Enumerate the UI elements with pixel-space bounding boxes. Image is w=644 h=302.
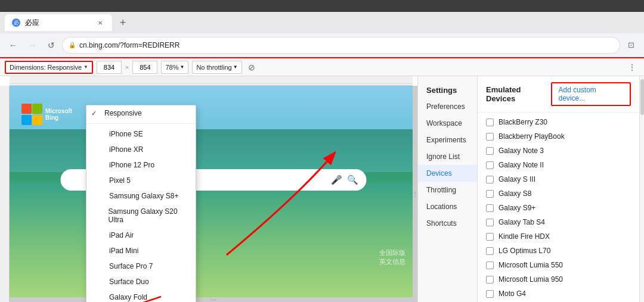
device-name-kindle-fire: Kindle Fire HDX bbox=[499, 232, 550, 241]
dropdown-responsive-label: Responsive bbox=[104, 109, 142, 117]
devtools-more-btn[interactable]: ⋮ bbox=[625, 60, 639, 74]
device-list: BlackBerry Z30 Blackberry PlayBook Galax… bbox=[478, 113, 639, 302]
tab-bar: 必 必应 ✕ + bbox=[0, 12, 644, 33]
device-row-galaxy-s9[interactable]: Galaxy S9+ bbox=[478, 201, 639, 215]
zoom-label: 78% bbox=[165, 64, 178, 71]
page-content: Microsoft Bing 🎤 🔍 全国际版 英文信息 ⋮ ⋯ bbox=[10, 86, 417, 302]
address-box[interactable]: 🔒 cn.bing.com/?form=REDIRERR bbox=[62, 37, 620, 54]
dropdown-iphone-12-label: iPhone 12 Pro bbox=[109, 161, 154, 169]
scrollbar-track[interactable] bbox=[639, 76, 644, 302]
reload-button[interactable]: ↺ bbox=[43, 37, 60, 54]
device-checkbox-bb-z30[interactable] bbox=[486, 119, 494, 126]
device-checkbox-lumia-950[interactable] bbox=[486, 276, 494, 284]
ruler-vertical bbox=[0, 86, 10, 302]
device-row-bb-z30[interactable]: BlackBerry Z30 bbox=[478, 115, 639, 129]
resize-handle-bottom[interactable]: ⋯ bbox=[10, 297, 417, 302]
device-name-galaxy-s3: Galaxy S III bbox=[499, 175, 535, 183]
device-row-lumia-550[interactable]: Microsoft Lumia 550 bbox=[478, 258, 639, 272]
dimension-dropdown-btn[interactable]: Dimensions: Responsive ▼ bbox=[5, 61, 93, 74]
ocean-info-text: 全国际版 英文信息 bbox=[379, 248, 405, 266]
device-checkbox-lg-optimus[interactable] bbox=[486, 247, 494, 255]
dropdown-item-galaxy-s8[interactable]: Samsung Galaxy S8+ bbox=[86, 188, 196, 204]
emulated-header: Emulated Devices Add custom device... bbox=[478, 76, 639, 113]
dropdown-item-iphone-xr[interactable]: iPhone XR bbox=[86, 142, 196, 157]
device-checkbox-bb-playbook[interactable] bbox=[486, 133, 494, 141]
device-checkbox-galaxy-s8[interactable] bbox=[486, 190, 494, 198]
browser-viewport: Microsoft Bing 🎤 🔍 全国际版 英文信息 ⋮ ⋯ bbox=[0, 76, 417, 302]
device-row-moto-g4[interactable]: Moto G4 bbox=[478, 287, 639, 301]
device-checkbox-moto-g4[interactable] bbox=[486, 290, 494, 298]
device-name-bb-playbook: Blackberry PlayBook bbox=[499, 132, 565, 141]
device-name-lumia-950: Microsoft Lumia 950 bbox=[499, 275, 563, 284]
dropdown-item-iphone-12[interactable]: iPhone 12 Pro bbox=[86, 157, 196, 173]
width-input[interactable] bbox=[97, 61, 122, 74]
settings-item-shortcuts[interactable]: Shortcuts bbox=[418, 215, 477, 232]
height-input[interactable] bbox=[132, 61, 157, 74]
settings-item-devices[interactable]: Devices bbox=[418, 165, 477, 182]
device-name-galaxy-note3: Galaxy Note 3 bbox=[499, 147, 544, 155]
dropdown-item-responsive[interactable]: ✓ Responsive bbox=[86, 105, 196, 121]
settings-item-experiments[interactable]: Experiments bbox=[418, 132, 477, 148]
dropdown-item-galaxy-fold[interactable]: Galaxy Fold bbox=[86, 289, 196, 302]
dropdown-galaxy-fold-label: Galaxy Fold bbox=[109, 293, 147, 301]
dropdown-item-surface-duo[interactable]: Surface Duo bbox=[86, 274, 196, 289]
checkmark-icon: ✓ bbox=[91, 110, 100, 117]
throttle-arrow-icon: ▼ bbox=[233, 64, 238, 70]
settings-item-preferences[interactable]: Preferences bbox=[418, 98, 477, 115]
device-row-galaxy-s3[interactable]: Galaxy S III bbox=[478, 172, 639, 186]
tab-close-btn[interactable]: ✕ bbox=[95, 18, 105, 27]
device-row-lg-optimus[interactable]: LG Optimus L70 bbox=[478, 244, 639, 258]
dropdown-ipad-mini-label: iPad Mini bbox=[109, 247, 138, 255]
device-checkbox-galaxy-note3[interactable] bbox=[486, 147, 494, 155]
resize-handle-right[interactable]: ⋮ bbox=[413, 86, 417, 302]
dropdown-item-ipad-mini[interactable]: iPad Mini bbox=[86, 243, 196, 259]
active-tab[interactable]: 必 必应 ✕ bbox=[5, 14, 112, 31]
bing-logo: Microsoft Bing bbox=[21, 104, 72, 125]
forward-button[interactable]: → bbox=[24, 37, 41, 54]
device-checkbox-kindle-fire[interactable] bbox=[486, 233, 494, 241]
add-custom-device-button[interactable]: Add custom device... bbox=[551, 82, 631, 106]
dropdown-item-surface-pro7[interactable]: Surface Pro 7 bbox=[86, 259, 196, 274]
dropdown-item-iphone-se[interactable]: iPhone SE bbox=[86, 126, 196, 142]
settings-item-ignore-list[interactable]: Ignore List bbox=[418, 148, 477, 165]
settings-title: Settings bbox=[418, 81, 477, 98]
dropdown-item-galaxy-s20[interactable]: Samsung Galaxy S20 Ultra bbox=[86, 204, 196, 228]
device-row-kindle-fire[interactable]: Kindle Fire HDX bbox=[478, 229, 639, 244]
device-row-lumia-950[interactable]: Microsoft Lumia 950 bbox=[478, 272, 639, 287]
dropdown-item-ipad-air[interactable]: iPad Air bbox=[86, 228, 196, 243]
dimension-dropdown-menu: ✓ Responsive iPhone SE iPhone XR iPhone … bbox=[86, 105, 196, 302]
device-row-galaxy-note3[interactable]: Galaxy Note 3 bbox=[478, 144, 639, 158]
device-checkbox-galaxy-s3[interactable] bbox=[486, 176, 494, 183]
device-row-galaxy-s8[interactable]: Galaxy S8 bbox=[478, 186, 639, 201]
zoom-btn[interactable]: 78% ▼ bbox=[161, 61, 188, 74]
device-row-galaxy-tab-s4[interactable]: Galaxy Tab S4 bbox=[478, 215, 639, 229]
device-name-galaxy-note2: Galaxy Note II bbox=[499, 161, 544, 169]
settings-item-workspace[interactable]: Workspace bbox=[418, 115, 477, 132]
device-row-galaxy-note2[interactable]: Galaxy Note II bbox=[478, 158, 639, 172]
device-checkbox-galaxy-s9[interactable] bbox=[486, 204, 494, 212]
device-row-bb-playbook[interactable]: Blackberry PlayBook bbox=[478, 129, 639, 144]
tab-favicon: 必 bbox=[12, 18, 20, 27]
search-go-icon[interactable]: 🔍 bbox=[347, 175, 358, 185]
new-tab-button[interactable]: + bbox=[114, 14, 131, 31]
ocean-background: Microsoft Bing 🎤 🔍 全国际版 英文信息 bbox=[10, 86, 417, 302]
device-checkbox-galaxy-tab-s4[interactable] bbox=[486, 219, 494, 226]
no-cache-icon[interactable]: ⊘ bbox=[246, 61, 258, 73]
back-button[interactable]: ← bbox=[5, 37, 21, 54]
scrollbar-thumb[interactable] bbox=[640, 79, 644, 115]
browser-titlebar bbox=[0, 0, 644, 12]
device-checkbox-lumia-550[interactable] bbox=[486, 261, 494, 269]
dropdown-surface-pro7-label: Surface Pro 7 bbox=[109, 262, 153, 270]
search-mic-icon[interactable]: 🎤 bbox=[331, 175, 342, 185]
cast-button[interactable]: ⊡ bbox=[623, 37, 639, 54]
device-name-galaxy-tab-s4: Galaxy Tab S4 bbox=[499, 218, 545, 226]
device-name-lg-optimus: LG Optimus L70 bbox=[499, 247, 550, 255]
dropdown-iphone-xr-label: iPhone XR bbox=[109, 145, 143, 154]
main-area: Microsoft Bing 🎤 🔍 全国际版 英文信息 ⋮ ⋯ bbox=[0, 76, 644, 302]
throttle-btn[interactable]: No throttling ▼ bbox=[192, 61, 242, 74]
device-checkbox-galaxy-note2[interactable] bbox=[486, 161, 494, 169]
settings-item-throttling[interactable]: Throttling bbox=[418, 182, 477, 198]
device-name-bb-z30: BlackBerry Z30 bbox=[499, 118, 547, 126]
settings-item-locations[interactable]: Locations bbox=[418, 198, 477, 215]
dropdown-item-pixel5[interactable]: Pixel 5 bbox=[86, 173, 196, 188]
